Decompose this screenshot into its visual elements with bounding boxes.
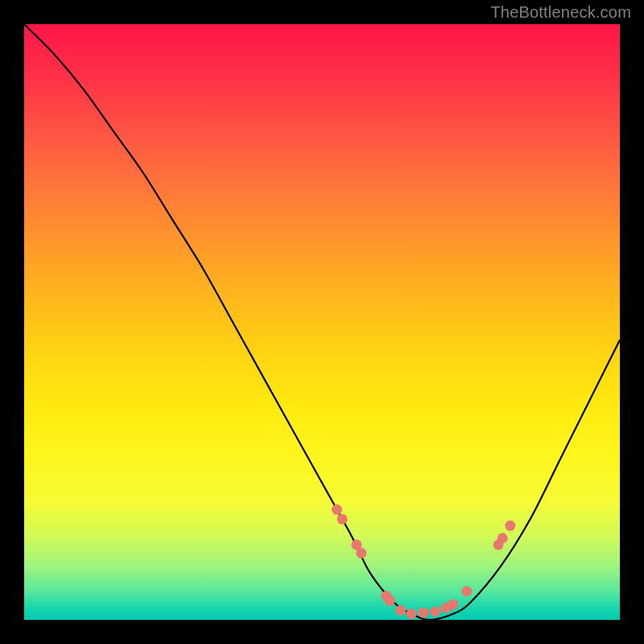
marker-point (497, 533, 508, 543)
curve-svg (24, 24, 620, 620)
bottleneck-curve (24, 24, 620, 620)
marker-point (418, 608, 428, 618)
highlighted-points (332, 505, 515, 620)
marker-point (505, 521, 515, 531)
marker-point (407, 609, 417, 619)
marker-point (356, 548, 366, 559)
marker-point (395, 605, 406, 616)
marker-point (332, 505, 342, 515)
marker-point (461, 586, 472, 597)
marker-point (385, 596, 395, 606)
marker-point (337, 514, 348, 524)
chart-container: TheBottleneck.com (0, 0, 644, 644)
marker-point (448, 599, 458, 609)
marker-point (430, 606, 440, 617)
watermark-text: TheBottleneck.com (490, 3, 631, 22)
plot-area (24, 24, 620, 620)
